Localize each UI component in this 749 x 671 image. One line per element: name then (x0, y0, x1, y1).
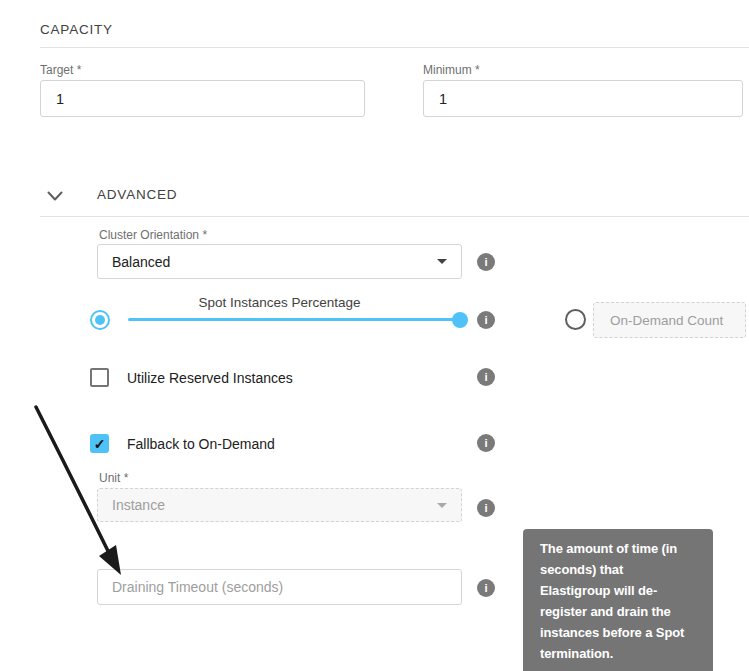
unit-select: Instance (97, 488, 462, 522)
info-glyph: i (484, 582, 487, 594)
utilize-reserved-info-icon[interactable]: i (477, 368, 495, 386)
minimum-input[interactable] (423, 80, 743, 117)
spot-percentage-slider-thumb[interactable] (452, 312, 468, 328)
checkmark-icon: ✓ (94, 437, 106, 451)
fallback-on-demand-info-icon[interactable]: i (477, 434, 495, 452)
info-glyph: i (484, 502, 487, 514)
cluster-orientation-select[interactable]: Balanced (97, 244, 462, 279)
utilize-reserved-label: Utilize Reserved Instances (127, 370, 293, 386)
caret-down-icon (437, 503, 447, 508)
unit-info-icon[interactable]: i (477, 499, 495, 517)
info-glyph: i (484, 437, 487, 449)
spot-percentage-radio[interactable] (90, 310, 110, 330)
radio-dot (95, 315, 105, 325)
fallback-on-demand-label: Fallback to On-Demand (127, 436, 275, 452)
on-demand-count-radio[interactable] (565, 309, 586, 330)
spot-percentage-info-icon[interactable]: i (477, 311, 495, 329)
cluster-orientation-info-icon[interactable]: i (477, 253, 495, 271)
cluster-orientation-value: Balanced (112, 254, 170, 270)
info-glyph: i (484, 256, 487, 268)
tooltip-text: The amount of time (in seconds) that Ela… (540, 541, 684, 661)
caret-down-icon (437, 259, 447, 264)
info-glyph: i (484, 371, 487, 383)
chevron-down-icon[interactable] (47, 188, 63, 206)
target-input[interactable] (40, 80, 365, 117)
minimum-label: Minimum * (423, 63, 480, 77)
utilize-reserved-checkbox[interactable] (90, 368, 109, 387)
unit-value: Instance (112, 497, 165, 513)
on-demand-count-input (593, 302, 746, 338)
spot-percentage-label: Spot Instances Percentage (97, 295, 462, 310)
advanced-divider (40, 216, 749, 217)
draining-timeout-tooltip: The amount of time (in seconds) that Ela… (523, 529, 713, 671)
info-glyph: i (484, 314, 487, 326)
elastigroup-capacity-form: CAPACITY Target * Minimum * ADVANCED Clu… (0, 0, 749, 671)
cluster-orientation-label: Cluster Orientation * (99, 228, 207, 242)
draining-timeout-input[interactable] (97, 569, 462, 605)
fallback-on-demand-checkbox[interactable]: ✓ (90, 434, 109, 453)
spot-percentage-slider-track[interactable] (128, 318, 462, 321)
advanced-section-heading[interactable]: ADVANCED (97, 187, 177, 202)
target-label: Target * (40, 63, 81, 77)
capacity-section-heading: CAPACITY (40, 22, 113, 37)
capacity-divider (40, 47, 749, 48)
unit-label: Unit * (99, 471, 128, 485)
draining-timeout-info-icon[interactable]: i (477, 579, 495, 597)
